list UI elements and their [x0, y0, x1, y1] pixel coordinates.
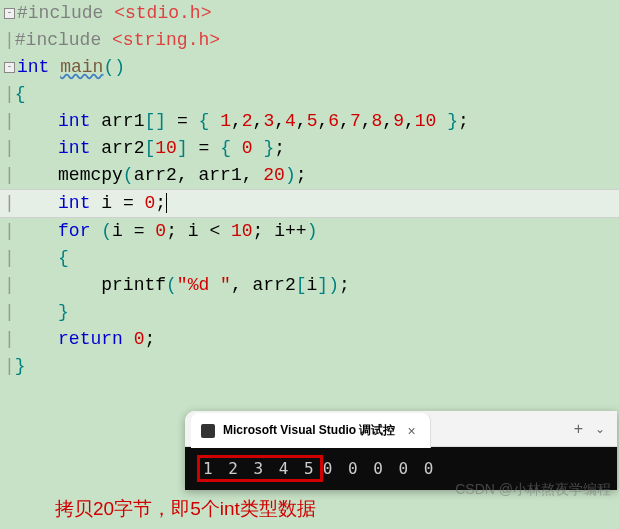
- console-rest-output: 0 0 0 0 0: [323, 459, 437, 478]
- code-line: -int main(): [0, 54, 619, 81]
- number: 0: [145, 193, 156, 213]
- code-line-current: | int i = 0;: [0, 189, 619, 218]
- keyword: int: [58, 193, 90, 213]
- keyword: int: [58, 138, 90, 158]
- console-tab-bar: Microsoft Visual Studio 调试控 × + ⌄: [185, 411, 617, 447]
- include-file: <stdio.h>: [114, 3, 211, 23]
- keyword: int: [58, 111, 90, 131]
- code-line: |{: [0, 81, 619, 108]
- console-window: Microsoft Visual Studio 调试控 × + ⌄ 1 2 3 …: [185, 411, 617, 490]
- code-line: -#include <stdio.h>: [0, 0, 619, 27]
- number: 0: [134, 329, 145, 349]
- text-cursor: [166, 193, 167, 213]
- identifier: i: [101, 193, 112, 213]
- number: 0: [242, 138, 253, 158]
- close-icon[interactable]: ×: [403, 423, 419, 439]
- fold-marker[interactable]: -: [4, 62, 15, 73]
- preproc: #include: [15, 30, 112, 50]
- arg: arr2: [134, 165, 177, 185]
- code-line: | int arr1[] = { 1,2,3,4,5,6,7,8,9,10 };: [0, 108, 619, 135]
- code-line: | printf("%d ", arr2[i]);: [0, 272, 619, 299]
- console-tab[interactable]: Microsoft Visual Studio 调试控 ×: [191, 413, 431, 448]
- console-highlighted-output: 1 2 3 4 5: [197, 455, 323, 482]
- code-line: | memcpy(arr2, arr1, 20);: [0, 162, 619, 189]
- fold-marker[interactable]: -: [4, 8, 15, 19]
- arg: 20: [263, 165, 285, 185]
- code-line: | for (i = 0; i < 10; i++): [0, 218, 619, 245]
- code-editor[interactable]: -#include <stdio.h> |#include <string.h>…: [0, 0, 619, 380]
- console-tab-icon: [201, 424, 215, 438]
- string-literal: "%d ": [177, 275, 231, 295]
- identifier: arr1: [101, 111, 144, 131]
- number: 10: [155, 138, 177, 158]
- function-call: memcpy: [58, 165, 123, 185]
- new-tab-button[interactable]: +: [574, 420, 583, 438]
- preproc: #include: [17, 3, 114, 23]
- identifier: arr2: [101, 138, 144, 158]
- function-call: printf: [101, 275, 166, 295]
- code-line: | {: [0, 245, 619, 272]
- code-line: | int arr2[10] = { 0 };: [0, 135, 619, 162]
- keyword: return: [58, 329, 123, 349]
- annotation-text: 拷贝20字节，即5个int类型数据: [55, 496, 316, 522]
- watermark: CSDN @小林熬夜学编程: [455, 481, 611, 499]
- code-line: | return 0;: [0, 326, 619, 353]
- tab-menu-chevron[interactable]: ⌄: [595, 422, 605, 436]
- code-line: |#include <string.h>: [0, 27, 619, 54]
- keyword: for: [58, 221, 90, 241]
- function-name: main: [60, 57, 103, 77]
- array-values: 1,2,3,4,5,6,7,8,9,10: [220, 111, 436, 131]
- include-file: <string.h>: [112, 30, 220, 50]
- code-line: |}: [0, 353, 619, 380]
- console-tab-title: Microsoft Visual Studio 调试控: [223, 422, 395, 439]
- keyword: int: [17, 57, 49, 77]
- code-line: | }: [0, 299, 619, 326]
- arg: arr1: [198, 165, 241, 185]
